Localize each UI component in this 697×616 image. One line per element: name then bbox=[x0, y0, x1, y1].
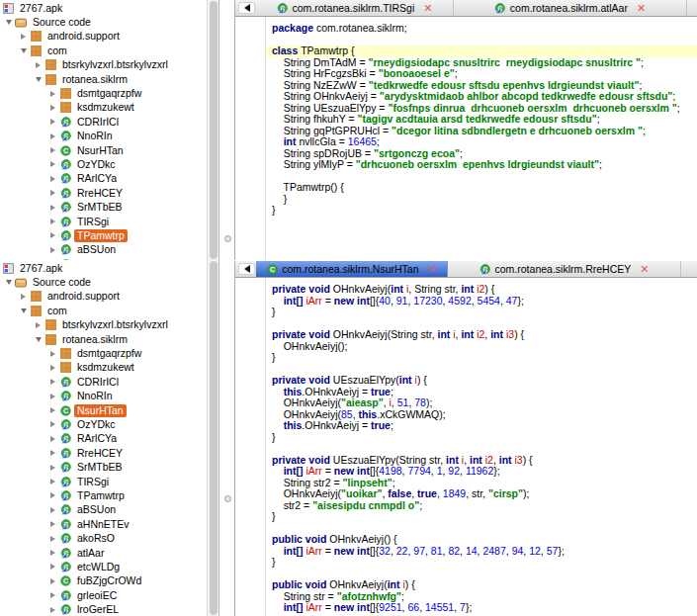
tree-item-CDRIrICl[interactable]: CCDRIrICl bbox=[0, 375, 207, 389]
code-editor[interactable]: private void OHnkvAeiyj(int i, String st… bbox=[235, 278, 697, 616]
tree-item-NnoRIn[interactable]: CNnoRIn bbox=[0, 130, 207, 143]
tree-item-etcWLDg[interactable]: CetcWLDg bbox=[0, 560, 207, 573]
tree-scrollbar[interactable] bbox=[207, 0, 218, 260]
tab-scroll-left-button[interactable] bbox=[238, 263, 255, 275]
disclosure-right-icon[interactable] bbox=[46, 176, 59, 182]
disclosure-right-icon[interactable] bbox=[46, 133, 59, 139]
disclosure-down-icon[interactable] bbox=[17, 48, 30, 53]
disclosure-right-icon[interactable] bbox=[46, 536, 59, 542]
pane-splitter[interactable] bbox=[218, 0, 234, 260]
disclosure-right-icon[interactable] bbox=[32, 322, 44, 328]
disclosure-right-icon[interactable] bbox=[46, 521, 59, 527]
tree-item-android.support[interactable]: android.support bbox=[0, 30, 207, 44]
disclosure-right-icon[interactable] bbox=[46, 436, 59, 442]
tab-close-icon[interactable]: ✕ bbox=[637, 3, 646, 13]
tree-item-fuBZjgCrOWd[interactable]: CfuBZjgCrOWd bbox=[0, 574, 207, 588]
tree-item-CDRIrICl[interactable]: CCDRIrICl bbox=[0, 115, 207, 129]
disclosure-down-icon[interactable] bbox=[32, 337, 44, 342]
tree-item-2767.apk[interactable]: 2767.apk bbox=[0, 261, 207, 275]
tree-scrollbar-thumb[interactable] bbox=[210, 261, 218, 615]
tab-com.rotanea.siklrm.NsurHTan[interactable]: Ccom.rotanea.siklrm.NsurHTan✕ bbox=[256, 261, 448, 277]
tab-close-icon[interactable]: ✕ bbox=[423, 3, 432, 13]
disclosure-right-icon[interactable] bbox=[46, 91, 59, 97]
tree-scrollbar[interactable] bbox=[207, 260, 218, 616]
tree-item-OzYDkc[interactable]: COzYDkc bbox=[0, 417, 207, 431]
disclosure-right-icon[interactable] bbox=[46, 161, 59, 167]
tree-item-RreHCEY[interactable]: CRreHCEY bbox=[0, 186, 207, 200]
tree-item-2767.apk[interactable]: 2767.apk bbox=[0, 1, 207, 15]
disclosure-right-icon[interactable] bbox=[46, 607, 59, 613]
tree-item-btsrkylvzxrl.btsrkylvzxrl[interactable]: btsrkylvzxrl.btsrkylvzxrl bbox=[0, 58, 207, 72]
disclosure-down-icon[interactable] bbox=[17, 308, 30, 313]
disclosure-right-icon[interactable] bbox=[46, 450, 59, 456]
tree-item-aBSUon[interactable]: CaBSUon bbox=[0, 243, 207, 257]
tree-item-dsmtgaqrzpfw[interactable]: dsmtgaqrzpfw bbox=[0, 86, 207, 100]
tab-com.rotanea.siklrm.TIRSgi[interactable]: Ccom.rotanea.siklrm.TIRSgi✕ bbox=[256, 0, 454, 16]
tree-item-SrMTbEB[interactable]: CSrMTbEB bbox=[0, 200, 207, 214]
disclosure-right-icon[interactable] bbox=[46, 550, 59, 556]
package-explorer[interactable]: 2767.apkSource codeandroid.supportcombts… bbox=[0, 260, 207, 616]
package-explorer[interactable]: 2767.apkSource codeandroid.supportcombts… bbox=[0, 0, 207, 260]
tab-com.rotanea.siklrm.atlAar[interactable]: Ccom.rotanea.siklrm.atlAar✕ bbox=[454, 0, 687, 16]
disclosure-right-icon[interactable] bbox=[46, 190, 59, 196]
tree-item-rotanea.siklrm[interactable]: rotanea.siklrm bbox=[0, 332, 207, 346]
tree-item-NsurHTan[interactable]: CNsurHTan bbox=[0, 143, 207, 157]
disclosure-right-icon[interactable] bbox=[46, 232, 59, 238]
tree-scrollbar-thumb[interactable] bbox=[210, 1, 218, 259]
tab-close-icon[interactable]: ✕ bbox=[640, 264, 649, 274]
tree-item-TIRSgi[interactable]: CTIRSgi bbox=[0, 475, 207, 488]
disclosure-right-icon[interactable] bbox=[46, 592, 59, 598]
tree-item-com[interactable]: com bbox=[0, 304, 207, 317]
disclosure-right-icon[interactable] bbox=[46, 351, 59, 357]
tree-item-akoRsO[interactable]: CakoRsO bbox=[0, 531, 207, 545]
disclosure-right-icon[interactable] bbox=[46, 205, 59, 211]
tree-item-android.support[interactable]: android.support bbox=[0, 290, 207, 304]
disclosure-right-icon[interactable] bbox=[46, 365, 59, 371]
disclosure-right-icon[interactable] bbox=[17, 294, 30, 300]
disclosure-right-icon[interactable] bbox=[32, 62, 44, 68]
tree-item-aHNnETEv[interactable]: CaHNnETEv bbox=[0, 517, 207, 531]
tree-item-lroGerEL[interactable]: ClroGerEL bbox=[0, 602, 207, 616]
disclosure-right-icon[interactable] bbox=[46, 421, 59, 427]
tree-item-ksdmzukewt[interactable]: ksdmzukewt bbox=[0, 361, 207, 375]
tree-item-ksdmzukewt[interactable]: ksdmzukewt bbox=[0, 101, 207, 115]
disclosure-right-icon[interactable] bbox=[46, 394, 59, 399]
tree-item-dsmtgaqrzpfw[interactable]: dsmtgaqrzpfw bbox=[0, 346, 207, 360]
tab-com.rotanea.siklrm.RreHCEY[interactable]: Ccom.rotanea.siklrm.RreHCEY✕ bbox=[448, 261, 681, 277]
code-editor[interactable]: package com.rotanea.siklrm;class TPamwtr… bbox=[235, 17, 697, 260]
tree-item-NsurHTan[interactable]: CNsurHTan bbox=[0, 403, 207, 417]
tree-item-NnoRIn[interactable]: CNnoRIn bbox=[0, 390, 207, 403]
disclosure-right-icon[interactable] bbox=[46, 219, 59, 224]
disclosure-right-icon[interactable] bbox=[46, 105, 59, 111]
disclosure-right-icon[interactable] bbox=[46, 479, 59, 484]
disclosure-right-icon[interactable] bbox=[46, 247, 59, 253]
tree-item-aBSUon[interactable]: CaBSUon bbox=[0, 503, 207, 517]
tree-item-RArlCYa[interactable]: CRArlCYa bbox=[0, 172, 207, 186]
tree-item-Source code[interactable]: Source code bbox=[0, 15, 207, 29]
disclosure-right-icon[interactable] bbox=[46, 379, 59, 385]
tree-item-RreHCEY[interactable]: CRreHCEY bbox=[0, 446, 207, 460]
disclosure-right-icon[interactable] bbox=[46, 407, 59, 413]
disclosure-right-icon[interactable] bbox=[46, 465, 59, 471]
disclosure-down-icon[interactable] bbox=[32, 77, 44, 82]
disclosure-right-icon[interactable] bbox=[17, 34, 30, 40]
tree-item-SrMTbEB[interactable]: CSrMTbEB bbox=[0, 460, 207, 474]
tree-item-rotanea.siklrm[interactable]: rotanea.siklrm bbox=[0, 72, 207, 86]
tree-item-OzYDkc[interactable]: COzYDkc bbox=[0, 157, 207, 171]
tab-scroll-left-button[interactable] bbox=[238, 2, 255, 14]
disclosure-right-icon[interactable] bbox=[46, 492, 59, 498]
disclosure-right-icon[interactable] bbox=[46, 507, 59, 513]
tree-item-Source code[interactable]: Source code bbox=[0, 275, 207, 289]
disclosure-right-icon[interactable] bbox=[46, 564, 59, 570]
tree-item-RArlCYa[interactable]: CRArlCYa bbox=[0, 432, 207, 446]
tree-item-TPamwtrp[interactable]: CTPamwtrp bbox=[0, 488, 207, 502]
tree-item-btsrkylvzxrl.btsrkylvzxrl[interactable]: btsrkylvzxrl.btsrkylvzxrl bbox=[0, 318, 207, 332]
tree-item-TIRSgi[interactable]: CTIRSgi bbox=[0, 215, 207, 228]
tree-item-atlAar[interactable]: CatlAar bbox=[0, 546, 207, 560]
disclosure-down-icon[interactable] bbox=[2, 280, 15, 285]
disclosure-right-icon[interactable] bbox=[46, 147, 59, 153]
pane-splitter[interactable] bbox=[218, 260, 234, 616]
tab-close-icon[interactable]: ✕ bbox=[428, 264, 437, 274]
disclosure-right-icon[interactable] bbox=[46, 119, 59, 125]
tree-item-com[interactable]: com bbox=[0, 44, 207, 57]
